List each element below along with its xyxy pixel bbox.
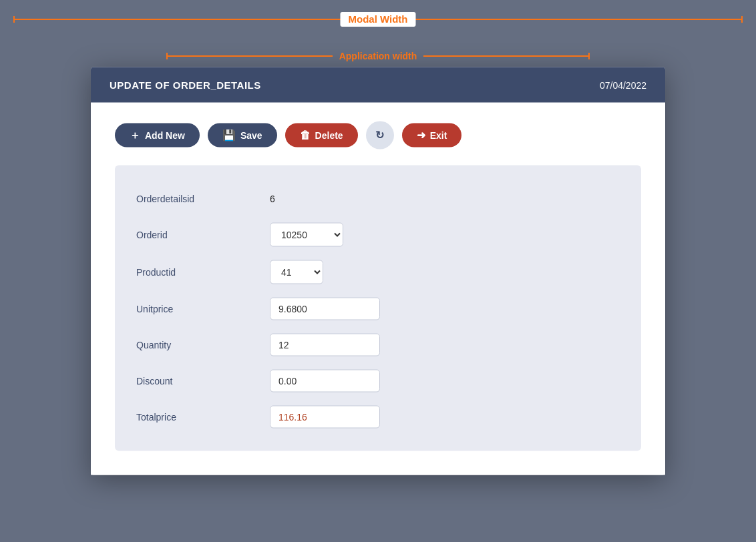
select-productid[interactable]: 41 42 43 <box>270 260 323 284</box>
input-unitprice[interactable] <box>270 298 380 320</box>
input-totalprice[interactable] <box>270 406 380 429</box>
delete-button[interactable]: 🗑 Delete <box>285 123 358 148</box>
form-row-productid: Productid 41 42 43 <box>136 254 620 291</box>
exit-icon: ➜ <box>417 130 425 141</box>
label-orderdetailsid: Orderdetailsid <box>136 194 270 204</box>
value-orderdetailsid: 6 <box>270 194 275 204</box>
modal-body: ＋ Add New 💾 Save 🗑 Delete ↻ ➜ Exit <box>91 103 665 475</box>
select-orderid[interactable]: 10250 10251 10252 <box>270 223 343 247</box>
plus-icon: ＋ <box>130 130 140 141</box>
save-button[interactable]: 💾 Save <box>208 123 277 148</box>
modal-width-label: Modal Width <box>340 12 415 27</box>
modal-header: UPDATE OF ORDER_DETAILS 07/04/2022 <box>91 67 665 103</box>
label-orderid: Orderid <box>136 230 270 240</box>
label-totalprice: Totalprice <box>136 412 270 423</box>
form-row-discount: Discount <box>136 363 620 399</box>
modal-container: UPDATE OF ORDER_DETAILS 07/04/2022 ＋ Add… <box>91 67 665 475</box>
form-row-unitprice: Unitprice <box>136 291 620 327</box>
input-discount[interactable] <box>270 370 380 392</box>
input-quantity[interactable] <box>270 334 380 356</box>
app-width-label: Application width <box>333 51 424 61</box>
label-unitprice: Unitprice <box>136 304 270 314</box>
form-row-orderid: Orderid 10250 10251 10252 <box>136 216 620 254</box>
toolbar: ＋ Add New 💾 Save 🗑 Delete ↻ ➜ Exit <box>115 121 641 150</box>
form-row-totalprice: Totalprice <box>136 399 620 435</box>
trash-icon: 🗑 <box>300 130 311 141</box>
add-new-button[interactable]: ＋ Add New <box>115 123 200 148</box>
refresh-button[interactable]: ↻ <box>366 121 394 150</box>
label-productid: Productid <box>136 267 270 278</box>
form-row-orderdetailsid: Orderdetailsid 6 <box>136 182 620 216</box>
save-icon: 💾 <box>222 130 236 141</box>
refresh-icon: ↻ <box>375 130 384 141</box>
exit-button[interactable]: ➜ Exit <box>402 123 462 148</box>
form-row-quantity: Quantity <box>136 327 620 363</box>
modal-title: UPDATE OF ORDER_DETAILS <box>110 79 261 91</box>
form-area: Orderdetailsid 6 Orderid 10250 10251 102… <box>115 166 641 451</box>
app-width-indicator: Application width <box>166 51 590 61</box>
modal-date: 07/04/2022 <box>600 79 646 90</box>
label-discount: Discount <box>136 376 270 386</box>
label-quantity: Quantity <box>136 340 270 350</box>
